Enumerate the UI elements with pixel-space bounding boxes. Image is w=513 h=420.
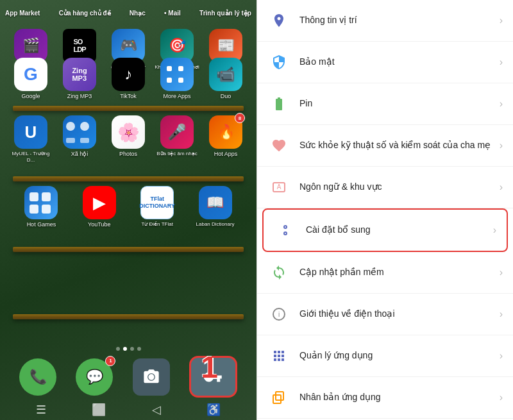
youtube-icon: ▶ bbox=[83, 186, 116, 219]
health-icon bbox=[267, 134, 290, 157]
app-zingmp3[interactable]: ZingMP3 Zing MP3 bbox=[56, 58, 103, 100]
settings-location[interactable]: Thông tin vị trí › bbox=[257, 0, 513, 42]
nav-menu[interactable]: ☰ bbox=[36, 403, 46, 417]
app-google[interactable]: G Google bbox=[8, 58, 54, 100]
battery-text: Pin bbox=[299, 97, 494, 110]
additional-wrapper: Cài đặt bổ sung › 2 bbox=[257, 208, 513, 252]
moreapps-icon bbox=[160, 58, 194, 91]
hotapps-label: Hot Apps bbox=[214, 151, 238, 158]
app-hotgames[interactable]: Hot Games bbox=[18, 186, 64, 228]
update-title: Cập nhật phần mềm bbox=[299, 267, 384, 277]
tflat-label: Từ Điền TFlat bbox=[141, 221, 172, 228]
dot-4 bbox=[137, 347, 141, 351]
settings-battery[interactable]: Pin › bbox=[257, 83, 513, 125]
about-text: Giới thiệu về điện thoại bbox=[299, 308, 494, 321]
settings-health[interactable]: Sức khỏe kỹ thuật số và kiểm soát của ch… bbox=[257, 125, 513, 167]
additional-icon bbox=[274, 219, 297, 242]
app-myuel[interactable]: U MyUEL - Trường D... bbox=[8, 115, 54, 163]
additional-text: Cài đặt bổ sung bbox=[306, 224, 488, 237]
appmanage-title: Quản lý ứng dụng bbox=[299, 350, 373, 360]
app-tflat[interactable]: TFlatDICTIONARY Từ Điền TFlat bbox=[134, 186, 180, 228]
settings-security[interactable]: Bảo mật › bbox=[257, 42, 513, 83]
battery-title: Pin bbox=[299, 98, 312, 108]
health-arrow: › bbox=[500, 140, 503, 151]
clone-arrow: › bbox=[500, 392, 503, 403]
messages-badge: 1 bbox=[105, 356, 115, 366]
laban-icon: 📖 bbox=[199, 186, 232, 219]
app-row-2: G Google ZingMP3 Zing MP3 ♪ TikTok More … bbox=[0, 58, 256, 100]
settings-language[interactable]: A Ngôn ngữ & khu vực › bbox=[257, 167, 513, 208]
dot-3 bbox=[130, 347, 134, 351]
about-title: Giới thiệu về điện thoại bbox=[299, 308, 395, 319]
app-moreapps[interactable]: More Apps bbox=[154, 58, 200, 100]
settings-update[interactable]: Cập nhật phần mềm › bbox=[257, 252, 513, 294]
settings-appmanage[interactable]: Quản lý ứng dụng › bbox=[257, 335, 513, 377]
dock-camera[interactable] bbox=[133, 358, 170, 396]
social-label: Xã hội bbox=[71, 151, 88, 158]
google-label: Google bbox=[21, 93, 40, 100]
location-arrow: › bbox=[500, 15, 503, 26]
settings-additional[interactable]: Cài đặt bổ sung › bbox=[262, 208, 508, 252]
music-label: Bữa tiệc âm nhạc bbox=[156, 151, 197, 157]
zingmp3-icon: ZingMP3 bbox=[63, 58, 96, 91]
hotapps-icon: 🔥 8 bbox=[209, 115, 242, 149]
dock-phone[interactable]: 📞 bbox=[19, 358, 56, 396]
app-hotapps[interactable]: 🔥 8 Hot Apps bbox=[203, 115, 249, 158]
nav-accessibility[interactable]: ♿ bbox=[206, 403, 221, 417]
svg-text:i: i bbox=[278, 311, 280, 318]
language-title: Ngôn ngữ & khu vực bbox=[299, 181, 382, 192]
photos-label: Photos bbox=[119, 151, 137, 158]
appmanage-arrow: › bbox=[500, 350, 503, 362]
settings-clone[interactable]: Nhân bản ứng dụng › bbox=[257, 377, 513, 419]
photos-icon: 🌸 bbox=[112, 115, 145, 149]
security-text: Bảo mật bbox=[299, 56, 494, 69]
app-photos[interactable]: 🌸 Photos bbox=[105, 115, 151, 158]
top-bar-store: Cửa hàng chủ đề bbox=[59, 10, 111, 17]
additional-title: Cài đặt bổ sung bbox=[306, 224, 371, 235]
app-duo[interactable]: 📹 Duo bbox=[203, 58, 249, 100]
appmanage-text: Quản lý ứng dụng bbox=[299, 349, 494, 362]
dock-messages[interactable]: 💬 1 bbox=[76, 358, 113, 396]
about-arrow: › bbox=[500, 308, 503, 320]
top-bar: App Market Cửa hàng chủ đề Nhạc • Mail T… bbox=[0, 0, 256, 26]
music-icon: 🎤 bbox=[160, 115, 194, 149]
app-row-3: U MyUEL - Trường D... Xã hội 🌸 Photos 🎤 … bbox=[0, 115, 256, 163]
dot-1 bbox=[116, 347, 120, 351]
page-dots bbox=[0, 347, 256, 351]
battery-arrow: › bbox=[500, 98, 503, 110]
language-text: Ngôn ngữ & khu vực bbox=[299, 181, 494, 194]
app-tiktok[interactable]: ♪ TikTok bbox=[105, 58, 151, 100]
top-bar-music: Nhạc bbox=[130, 10, 146, 17]
additional-arrow: › bbox=[493, 224, 496, 236]
svg-point-4 bbox=[284, 232, 287, 235]
shelf-2 bbox=[13, 176, 244, 181]
top-bar-appmarket: App Market bbox=[5, 10, 40, 17]
security-arrow: › bbox=[500, 56, 503, 68]
clone-title: Nhân bản ứng dụng bbox=[299, 392, 381, 402]
app-music[interactable]: 🎤 Bữa tiệc âm nhạc bbox=[154, 115, 200, 157]
phone-panel: App Market Cửa hàng chủ đề Nhạc • Mail T… bbox=[0, 0, 256, 420]
app-youtube[interactable]: ▶ YouTube bbox=[76, 186, 122, 228]
settings-panel: Thông tin vị trí › Bảo mật › Pin › bbox=[256, 0, 513, 420]
google-icon: G bbox=[14, 58, 47, 91]
myuel-label: MyUEL - Trường D... bbox=[8, 151, 54, 163]
settings-about[interactable]: i Giới thiệu về điện thoại › bbox=[257, 294, 513, 335]
duo-label: Duo bbox=[221, 93, 231, 100]
tiktok-icon: ♪ bbox=[112, 58, 145, 91]
social-icon bbox=[63, 115, 96, 149]
myuel-icon: U bbox=[14, 115, 47, 149]
app-social[interactable]: Xã hội bbox=[56, 115, 103, 158]
about-icon: i bbox=[267, 303, 290, 326]
nav-home[interactable]: ⬜ bbox=[92, 403, 106, 417]
security-icon bbox=[267, 51, 290, 74]
duo-icon: 📹 bbox=[209, 58, 242, 91]
language-arrow: › bbox=[500, 181, 503, 193]
health-title: Sức khỏe kỹ thuật số và kiểm soát của ch… bbox=[299, 140, 491, 150]
app-laban[interactable]: 📖 Laban Dictionary bbox=[192, 186, 239, 228]
hotgames-label: Hot Games bbox=[27, 221, 56, 228]
dock-keys[interactable] bbox=[189, 356, 237, 398]
nav-back[interactable]: ◁ bbox=[152, 403, 161, 417]
location-icon bbox=[267, 9, 290, 32]
svg-point-0 bbox=[148, 374, 154, 380]
appmanage-icon bbox=[267, 344, 290, 367]
